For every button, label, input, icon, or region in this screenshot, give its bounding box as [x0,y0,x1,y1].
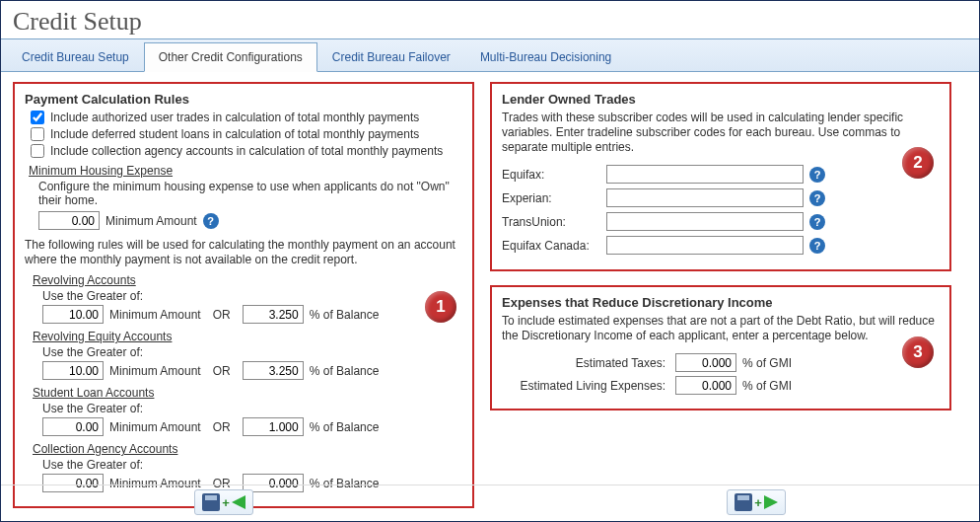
chk-authorized-user-trades[interactable] [31,111,44,124]
chk-collection-agency-accounts[interactable] [31,144,44,158]
revolving-pct-input[interactable] [243,305,304,324]
plus-icon: + [222,495,230,510]
rules-description: The following rules will be used for cal… [25,238,462,267]
rev-equity-pct-input[interactable] [243,361,304,380]
expenses-desc: To include estimated expenses that are n… [502,314,940,343]
rev-equity-heading: Revolving Equity Accounts [33,330,462,343]
content-area: Payment Calculation Rules Include author… [1,72,979,516]
expenses-title: Expenses that Reduce Discretionary Incom… [502,295,940,310]
rev-equity-min-label: Minimum Amount [109,364,201,378]
payment-calc-title: Payment Calculation Rules [25,92,462,107]
equifax-canada-label: Equifax Canada: [502,239,600,253]
revolving-min-label: Minimum Amount [109,308,201,322]
equifax-label: Equifax: [502,168,600,182]
help-icon[interactable]: ? [809,214,825,230]
help-icon[interactable]: ? [809,238,825,254]
payment-calculation-rules-panel: Payment Calculation Rules Include author… [13,82,474,508]
chk-deferred-student-loans[interactable] [31,127,44,141]
chk-deferred-student-loans-label: Include deferred student loans in calcul… [50,127,419,141]
lender-owned-trades-panel: Lender Owned Trades Trades with these su… [490,82,951,271]
revolving-use-greater: Use the Greater of: [42,289,462,303]
student-min-label: Minimum Amount [109,420,201,434]
est-living-label: Estimated Living Expenses: [502,379,669,393]
save-icon [202,493,220,511]
student-use-greater: Use the Greater of: [42,402,462,415]
transunion-input[interactable] [606,212,804,231]
est-living-input[interactable] [675,376,736,395]
chk-collection-agency-accounts-label: Include collection agency accounts in ca… [50,144,443,158]
badge-1: 1 [425,291,456,323]
min-housing-desc: Configure the minimum housing expense to… [38,180,462,207]
tab-credit-bureau-setup[interactable]: Credit Bureau Setup [7,42,144,71]
pct-gmi-label: % of GMI [742,356,792,370]
revolving-min-input[interactable] [42,305,104,324]
tabs-bar: Credit Bureau Setup Other Credit Configu… [1,39,979,72]
page-title: Credit Setup [1,1,979,39]
equifax-canada-input[interactable] [606,236,804,255]
badge-3: 3 [902,336,934,368]
chk-authorized-user-trades-label: Include authorized user trades in calcul… [50,111,419,124]
lender-title: Lender Owned Trades [502,92,940,107]
save-next-button[interactable]: + [727,489,786,515]
student-min-input[interactable] [42,417,104,436]
experian-input[interactable] [606,188,804,207]
or-label: OR [213,364,231,378]
pct-gmi-label: % of GMI [742,379,792,393]
rev-equity-use-greater: Use the Greater of: [42,345,462,359]
collection-heading: Collection Agency Accounts [33,442,462,456]
arrow-right-icon [764,495,778,509]
transunion-label: TransUnion: [502,215,600,229]
est-taxes-input[interactable] [675,353,736,372]
bottom-actions: + + [1,485,979,515]
tab-multi-bureau-decisioning[interactable]: Multi-Bureau Decisioning [465,42,626,71]
or-label: OR [213,420,231,434]
help-icon[interactable]: ? [809,190,825,206]
expenses-panel: Expenses that Reduce Discretionary Incom… [490,285,951,410]
badge-2: 2 [902,147,934,179]
arrow-left-icon [232,495,245,509]
equifax-input[interactable] [606,165,804,184]
pct-balance-label: % of Balance [310,308,380,322]
plus-icon: + [754,495,762,510]
save-back-button[interactable]: + [194,489,253,515]
revolving-heading: Revolving Accounts [33,273,462,287]
tab-other-credit-configurations[interactable]: Other Credit Configurations [144,42,317,72]
lender-desc: Trades with these subscriber codes will … [502,111,940,155]
help-icon[interactable]: ? [809,167,825,183]
or-label: OR [213,308,231,322]
pct-balance-label: % of Balance [310,420,380,434]
rev-equity-min-input[interactable] [42,361,104,380]
collection-use-greater: Use the Greater of: [42,458,462,472]
experian-label: Experian: [502,191,600,205]
min-housing-amount-input[interactable] [38,211,100,230]
tab-credit-bureau-failover[interactable]: Credit Bureau Failover [317,42,465,71]
min-housing-heading: Minimum Housing Expense [29,164,462,178]
min-housing-amount-label: Minimum Amount [105,214,197,228]
save-icon [735,493,752,511]
student-pct-input[interactable] [243,417,304,436]
pct-balance-label: % of Balance [310,364,380,378]
est-taxes-label: Estimated Taxes: [502,356,669,370]
help-icon[interactable]: ? [203,213,219,229]
student-heading: Student Loan Accounts [33,386,462,400]
